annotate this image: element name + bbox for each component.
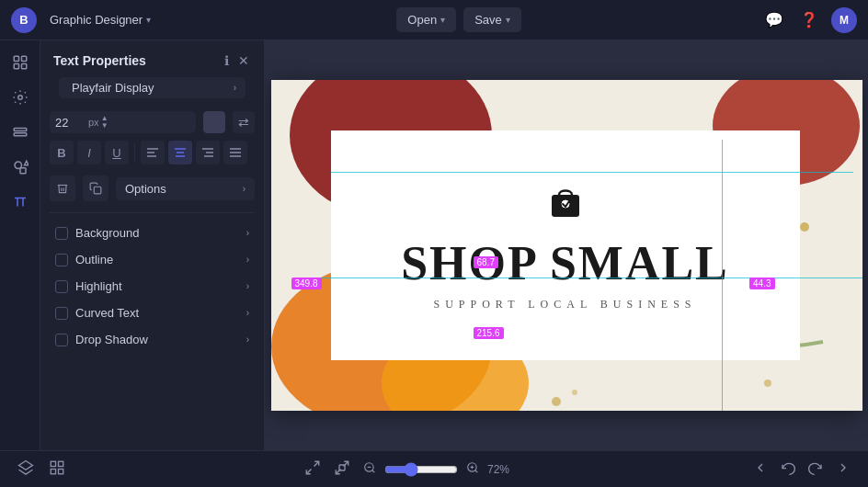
redo-button[interactable] <box>805 458 826 481</box>
panel-header-icons: ℹ ✕ <box>223 51 251 70</box>
font-size-row: 22 px ▲ ▼ ⇄ <box>40 104 264 141</box>
svg-point-34 <box>764 379 771 387</box>
format-separator-1 <box>134 143 135 162</box>
align-left-button[interactable] <box>141 141 165 164</box>
highlight-chevron-icon: › <box>246 281 249 291</box>
dropshadow-chevron-icon: › <box>246 334 249 345</box>
duplicate-button[interactable] <box>83 176 108 201</box>
color-swatch[interactable] <box>203 111 225 133</box>
topnav-center: Open ▾ Save ▾ <box>396 7 520 32</box>
zoom-level-label: 72% <box>487 463 517 476</box>
canvas-card: SHOP SMALL SUPPORT LOCAL BUSINESS <box>331 130 800 360</box>
panel-title: Text Properties <box>53 53 146 68</box>
app-title-text: Graphic Designer <box>50 13 143 27</box>
support-text: SUPPORT LOCAL BUSINESS <box>434 298 697 311</box>
svg-rect-43 <box>51 461 55 466</box>
svg-line-53 <box>372 470 375 472</box>
background-chevron-icon: › <box>246 228 249 238</box>
shop-small-text: SHOP SMALL <box>401 236 729 290</box>
chat-icon-button[interactable]: 💬 <box>761 7 787 32</box>
sidebar-item-elements[interactable] <box>6 153 35 182</box>
expand-button[interactable] <box>331 457 353 482</box>
svg-rect-0 <box>14 56 18 61</box>
svg-line-50 <box>336 469 340 473</box>
checkbox-row-highlight[interactable]: Highlight › <box>50 274 255 299</box>
sidebar-item-settings[interactable] <box>6 83 35 112</box>
sidebar-item-layers[interactable] <box>6 118 35 147</box>
open-button[interactable]: Open ▾ <box>396 7 456 32</box>
font-name-label: Playfair Display <box>72 81 154 95</box>
svg-point-35 <box>552 397 561 406</box>
bag-icon <box>545 180 586 229</box>
sidebar-item-home[interactable] <box>6 48 35 77</box>
svg-point-32 <box>800 222 809 232</box>
zoom-slider[interactable] <box>384 462 458 477</box>
underline-button[interactable]: U <box>105 141 129 164</box>
italic-button[interactable]: I <box>77 141 101 164</box>
checkbox-row-background[interactable]: Background › <box>50 221 255 245</box>
panel-close-button[interactable]: ✕ <box>236 51 251 70</box>
bold-button[interactable]: B <box>50 141 74 164</box>
fit-page-button[interactable] <box>302 457 324 482</box>
checkbox-background[interactable] <box>55 227 68 240</box>
format-row: B I U <box>40 141 264 172</box>
outline-chevron-icon: › <box>246 255 249 265</box>
svg-rect-3 <box>21 64 26 69</box>
zoom-controls: 72% <box>360 459 517 481</box>
options-button[interactable]: Options › <box>116 177 255 200</box>
align-center-button[interactable] <box>168 141 192 164</box>
font-size-down[interactable]: ▼ <box>99 122 110 130</box>
font-size-unit: px <box>88 117 99 128</box>
delete-button[interactable] <box>50 176 75 201</box>
topnav: B Graphic Designer ▾ Open ▾ Save ▾ 💬 ❓ M <box>0 0 868 40</box>
curved-chevron-icon: › <box>246 308 249 318</box>
panel-header: Text Properties ℹ ✕ <box>40 40 264 77</box>
checkbox-dropshadow[interactable] <box>55 334 68 346</box>
grid-toggle-button[interactable] <box>46 457 68 482</box>
save-button[interactable]: Save ▾ <box>463 7 521 32</box>
text-transform-icon: ⇄ <box>238 115 249 130</box>
topnav-right: 💬 ❓ M <box>761 7 857 33</box>
undo-button[interactable] <box>778 458 798 481</box>
open-chevron-icon: ▾ <box>440 15 445 25</box>
canvas-frame: SHOP SMALL SUPPORT LOCAL BUSINESS 68.7 3… <box>271 80 862 411</box>
checkbox-outline[interactable] <box>55 254 68 266</box>
sidebar-item-text[interactable] <box>6 187 35 217</box>
history-back-button[interactable] <box>750 458 771 481</box>
checkbox-row-curved[interactable]: Curved Text › <box>50 300 255 325</box>
help-icon-button[interactable]: ❓ <box>796 7 822 32</box>
checkbox-section: Background › Outline › Highlight › <box>40 217 264 356</box>
checkbox-highlight[interactable] <box>55 280 68 293</box>
checkbox-highlight-label: Highlight <box>75 279 122 293</box>
dim-label-left: 349.8 <box>291 277 322 289</box>
align-justify-button[interactable] <box>223 141 247 164</box>
svg-line-48 <box>306 469 311 473</box>
app-logo: B <box>11 7 37 33</box>
font-size-input[interactable]: 22 <box>55 116 88 130</box>
checkbox-curved[interactable] <box>55 307 68 320</box>
font-size-arrows: ▲ ▼ <box>99 115 110 130</box>
checkbox-row-dropshadow[interactable]: Drop Shadow › <box>50 327 255 352</box>
zoom-in-button[interactable] <box>463 459 482 481</box>
align-right-button[interactable] <box>196 141 220 164</box>
checkbox-background-label: Background <box>75 226 139 240</box>
svg-line-47 <box>314 461 319 466</box>
checkbox-dropshadow-label: Drop Shadow <box>75 333 148 346</box>
checkbox-curved-label: Curved Text <box>75 306 139 320</box>
font-selector[interactable]: Playfair Display › <box>59 77 246 98</box>
options-chevron-icon: › <box>243 184 246 194</box>
zoom-out-button[interactable] <box>360 459 379 481</box>
checkbox-row-outline[interactable]: Outline › <box>50 247 255 272</box>
layers-toggle-button[interactable] <box>15 457 37 482</box>
checkbox-outline-label: Outline <box>75 253 113 266</box>
svg-rect-22 <box>94 187 101 194</box>
history-forward-button[interactable] <box>833 458 853 481</box>
avatar[interactable]: M <box>831 7 857 33</box>
text-transform-button[interactable]: ⇄ <box>233 111 255 133</box>
svg-point-4 <box>17 96 22 100</box>
panel-info-button[interactable]: ℹ <box>223 51 231 70</box>
app-title-button[interactable]: Graphic Designer ▾ <box>44 9 156 30</box>
svg-point-36 <box>572 390 577 395</box>
bottom-left <box>15 457 68 482</box>
svg-rect-5 <box>14 129 27 131</box>
